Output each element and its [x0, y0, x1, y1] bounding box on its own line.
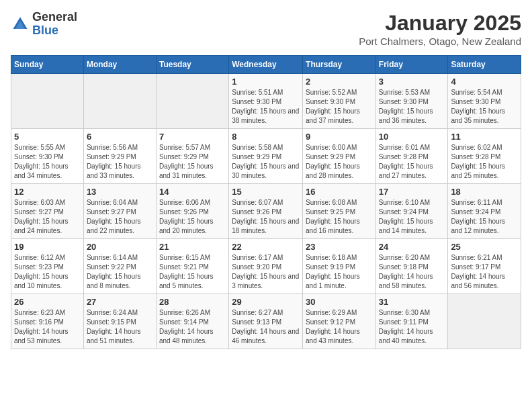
calendar-week-row: 1Sunrise: 5:51 AM Sunset: 9:30 PM Daylig… [11, 74, 521, 129]
day-info: Sunrise: 6:30 AM Sunset: 9:11 PM Dayligh… [379, 308, 445, 346]
day-number: 14 [159, 187, 226, 197]
calendar-cell: 20Sunrise: 6:14 AM Sunset: 9:22 PM Dayli… [83, 239, 156, 294]
day-info: Sunrise: 6:27 AM Sunset: 9:13 PM Dayligh… [232, 308, 300, 346]
day-number: 13 [87, 187, 153, 197]
weekday-header-monday: Monday [83, 56, 156, 74]
day-number: 7 [159, 132, 226, 142]
day-info: Sunrise: 5:53 AM Sunset: 9:30 PM Dayligh… [379, 88, 445, 126]
calendar-cell [11, 74, 84, 129]
day-info: Sunrise: 5:54 AM Sunset: 9:30 PM Dayligh… [451, 88, 518, 126]
day-info: Sunrise: 5:58 AM Sunset: 9:29 PM Dayligh… [232, 143, 300, 181]
day-info: Sunrise: 6:12 AM Sunset: 9:23 PM Dayligh… [14, 253, 81, 291]
day-number: 12 [14, 187, 81, 197]
weekday-header-tuesday: Tuesday [156, 56, 228, 74]
day-number: 29 [232, 297, 300, 307]
day-info: Sunrise: 5:52 AM Sunset: 9:30 PM Dayligh… [306, 88, 373, 126]
day-info: Sunrise: 6:23 AM Sunset: 9:16 PM Dayligh… [14, 308, 81, 346]
calendar-cell: 17Sunrise: 6:10 AM Sunset: 9:24 PM Dayli… [375, 184, 448, 239]
calendar-cell [448, 294, 521, 349]
calendar-cell: 31Sunrise: 6:30 AM Sunset: 9:11 PM Dayli… [375, 294, 448, 349]
day-number: 27 [87, 297, 153, 307]
day-number: 1 [232, 77, 300, 87]
location-title: Port Chalmers, Otago, New Zealand [359, 36, 521, 47]
calendar-week-row: 12Sunrise: 6:03 AM Sunset: 9:27 PM Dayli… [11, 184, 521, 239]
calendar-cell: 12Sunrise: 6:03 AM Sunset: 9:27 PM Dayli… [11, 184, 84, 239]
day-info: Sunrise: 6:20 AM Sunset: 9:18 PM Dayligh… [379, 253, 445, 291]
logo-general-text: General [32, 11, 77, 24]
day-info: Sunrise: 6:26 AM Sunset: 9:14 PM Dayligh… [159, 308, 226, 346]
calendar-cell: 30Sunrise: 6:29 AM Sunset: 9:12 PM Dayli… [303, 294, 376, 349]
day-info: Sunrise: 5:57 AM Sunset: 9:29 PM Dayligh… [159, 143, 226, 181]
day-number: 2 [306, 77, 373, 87]
calendar-week-row: 5Sunrise: 5:55 AM Sunset: 9:30 PM Daylig… [11, 129, 521, 184]
calendar-cell: 13Sunrise: 6:04 AM Sunset: 9:27 PM Dayli… [83, 184, 156, 239]
day-number: 31 [379, 297, 445, 307]
calendar-cell: 9Sunrise: 6:00 AM Sunset: 9:29 PM Daylig… [303, 129, 376, 184]
day-info: Sunrise: 6:00 AM Sunset: 9:29 PM Dayligh… [306, 143, 373, 181]
day-number: 17 [379, 187, 445, 197]
day-number: 21 [159, 242, 226, 252]
calendar-cell: 22Sunrise: 6:17 AM Sunset: 9:20 PM Dayli… [229, 239, 303, 294]
day-number: 9 [306, 132, 373, 142]
calendar-cell: 4Sunrise: 5:54 AM Sunset: 9:30 PM Daylig… [448, 74, 521, 129]
day-number: 19 [14, 242, 81, 252]
calendar-cell: 19Sunrise: 6:12 AM Sunset: 9:23 PM Dayli… [11, 239, 84, 294]
month-title: January 2025 [359, 11, 521, 36]
day-info: Sunrise: 6:24 AM Sunset: 9:15 PM Dayligh… [87, 308, 153, 346]
day-number: 3 [379, 77, 445, 87]
calendar-cell: 14Sunrise: 6:06 AM Sunset: 9:26 PM Dayli… [156, 184, 228, 239]
day-info: Sunrise: 6:18 AM Sunset: 9:19 PM Dayligh… [306, 253, 373, 291]
day-info: Sunrise: 6:06 AM Sunset: 9:26 PM Dayligh… [159, 198, 226, 236]
day-info: Sunrise: 6:10 AM Sunset: 9:24 PM Dayligh… [379, 198, 445, 236]
day-number: 28 [159, 297, 226, 307]
day-number: 26 [14, 297, 81, 307]
day-info: Sunrise: 6:01 AM Sunset: 9:28 PM Dayligh… [379, 143, 445, 181]
calendar-cell: 24Sunrise: 6:20 AM Sunset: 9:18 PM Dayli… [375, 239, 448, 294]
weekday-header-sunday: Sunday [11, 56, 84, 74]
day-info: Sunrise: 5:51 AM Sunset: 9:30 PM Dayligh… [232, 88, 300, 126]
calendar-cell: 16Sunrise: 6:08 AM Sunset: 9:25 PM Dayli… [303, 184, 376, 239]
day-info: Sunrise: 6:02 AM Sunset: 9:28 PM Dayligh… [451, 143, 518, 181]
calendar-cell: 5Sunrise: 5:55 AM Sunset: 9:30 PM Daylig… [11, 129, 84, 184]
day-info: Sunrise: 6:21 AM Sunset: 9:17 PM Dayligh… [451, 253, 518, 291]
day-number: 24 [379, 242, 445, 252]
day-number: 18 [451, 187, 518, 197]
day-number: 15 [232, 187, 300, 197]
calendar-cell [83, 74, 156, 129]
day-number: 23 [306, 242, 373, 252]
calendar-cell: 10Sunrise: 6:01 AM Sunset: 9:28 PM Dayli… [375, 129, 448, 184]
calendar-cell: 29Sunrise: 6:27 AM Sunset: 9:13 PM Dayli… [229, 294, 303, 349]
day-info: Sunrise: 6:15 AM Sunset: 9:21 PM Dayligh… [159, 253, 226, 291]
weekday-header-row: SundayMondayTuesdayWednesdayThursdayFrid… [11, 56, 521, 74]
day-number: 4 [451, 77, 518, 87]
title-section: January 2025 Port Chalmers, Otago, New Z… [359, 11, 521, 47]
day-info: Sunrise: 6:03 AM Sunset: 9:27 PM Dayligh… [14, 198, 81, 236]
calendar-cell: 26Sunrise: 6:23 AM Sunset: 9:16 PM Dayli… [11, 294, 84, 349]
day-info: Sunrise: 5:56 AM Sunset: 9:29 PM Dayligh… [87, 143, 153, 181]
day-info: Sunrise: 6:17 AM Sunset: 9:20 PM Dayligh… [232, 253, 300, 291]
day-info: Sunrise: 5:55 AM Sunset: 9:30 PM Dayligh… [14, 143, 81, 181]
day-info: Sunrise: 6:07 AM Sunset: 9:26 PM Dayligh… [232, 198, 300, 236]
logo-icon [11, 15, 30, 34]
weekday-header-saturday: Saturday [448, 56, 521, 74]
day-info: Sunrise: 6:04 AM Sunset: 9:27 PM Dayligh… [87, 198, 153, 236]
day-number: 5 [14, 132, 81, 142]
day-number: 8 [232, 132, 300, 142]
calendar-cell: 6Sunrise: 5:56 AM Sunset: 9:29 PM Daylig… [83, 129, 156, 184]
calendar-cell: 23Sunrise: 6:18 AM Sunset: 9:19 PM Dayli… [303, 239, 376, 294]
calendar-cell: 18Sunrise: 6:11 AM Sunset: 9:24 PM Dayli… [448, 184, 521, 239]
day-number: 30 [306, 297, 373, 307]
calendar-cell: 11Sunrise: 6:02 AM Sunset: 9:28 PM Dayli… [448, 129, 521, 184]
weekday-header-wednesday: Wednesday [229, 56, 303, 74]
page-header: General Blue January 2025 Port Chalmers,… [11, 11, 521, 47]
day-number: 16 [306, 187, 373, 197]
day-number: 25 [451, 242, 518, 252]
day-number: 22 [232, 242, 300, 252]
calendar-week-row: 26Sunrise: 6:23 AM Sunset: 9:16 PM Dayli… [11, 294, 521, 349]
day-number: 20 [87, 242, 153, 252]
day-info: Sunrise: 6:11 AM Sunset: 9:24 PM Dayligh… [451, 198, 518, 236]
logo-blue-text: Blue [32, 24, 77, 38]
day-info: Sunrise: 6:29 AM Sunset: 9:12 PM Dayligh… [306, 308, 373, 346]
calendar-cell [156, 74, 228, 129]
calendar-cell: 8Sunrise: 5:58 AM Sunset: 9:29 PM Daylig… [229, 129, 303, 184]
